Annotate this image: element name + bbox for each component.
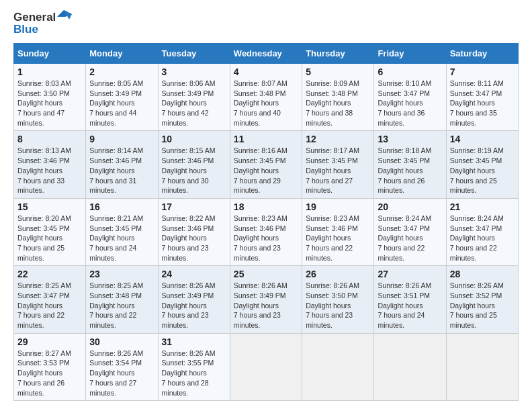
day-number: 23 (89, 269, 154, 279)
day-info: Sunrise: 8:16 AMSunset: 3:45 PMDaylight … (234, 146, 298, 195)
day-number: 30 (89, 336, 154, 347)
logo: General Blue (13, 11, 72, 36)
week-row-5: 29 Sunrise: 8:27 AMSunset: 3:53 PMDaylig… (14, 333, 519, 400)
header: General Blue (13, 11, 519, 36)
calendar-cell: 6 Sunrise: 8:10 AMSunset: 3:47 PMDayligh… (374, 64, 446, 131)
day-number: 19 (306, 201, 370, 212)
day-info: Sunrise: 8:09 AMSunset: 3:48 PMDaylight … (306, 79, 370, 128)
day-info: Sunrise: 8:26 AMSunset: 3:52 PMDaylight … (450, 281, 515, 330)
calendar-cell: 28 Sunrise: 8:26 AMSunset: 3:52 PMDaylig… (446, 266, 518, 333)
calendar-cell: 8 Sunrise: 8:13 AMSunset: 3:46 PMDayligh… (14, 131, 86, 198)
header-row: SundayMondayTuesdayWednesdayThursdayFrid… (14, 44, 519, 64)
column-header-monday: Monday (86, 44, 158, 64)
calendar-cell (374, 333, 446, 400)
day-info: Sunrise: 8:13 AMSunset: 3:46 PMDaylight … (17, 146, 82, 195)
day-number: 29 (17, 336, 82, 347)
logo-bird-icon (57, 10, 72, 22)
column-header-sunday: Sunday (14, 44, 86, 64)
calendar-cell: 2 Sunrise: 8:05 AMSunset: 3:49 PMDayligh… (86, 64, 158, 131)
calendar-cell: 22 Sunrise: 8:25 AMSunset: 3:47 PMDaylig… (14, 266, 86, 333)
day-info: Sunrise: 8:26 AMSunset: 3:49 PMDaylight … (234, 281, 298, 330)
logo-text-blue: Blue (13, 23, 38, 36)
day-number: 21 (450, 201, 515, 212)
day-number: 28 (450, 269, 515, 279)
day-number: 26 (306, 269, 370, 279)
day-info: Sunrise: 8:22 AMSunset: 3:46 PMDaylight … (162, 214, 226, 263)
day-info: Sunrise: 8:11 AMSunset: 3:47 PMDaylight … (450, 79, 515, 128)
calendar-cell (230, 333, 302, 400)
day-info: Sunrise: 8:07 AMSunset: 3:48 PMDaylight … (234, 79, 298, 128)
day-number: 17 (162, 201, 226, 212)
calendar-cell: 24 Sunrise: 8:26 AMSunset: 3:49 PMDaylig… (158, 266, 230, 333)
calendar-cell: 14 Sunrise: 8:19 AMSunset: 3:45 PMDaylig… (446, 131, 518, 198)
logo-text-general: General (13, 11, 56, 24)
calendar-cell (302, 333, 374, 400)
day-info: Sunrise: 8:10 AMSunset: 3:47 PMDaylight … (378, 79, 442, 128)
column-header-tuesday: Tuesday (158, 44, 230, 64)
day-info: Sunrise: 8:03 AMSunset: 3:50 PMDaylight … (17, 79, 82, 128)
calendar-cell: 30 Sunrise: 8:26 AMSunset: 3:54 PMDaylig… (86, 333, 158, 400)
day-info: Sunrise: 8:23 AMSunset: 3:46 PMDaylight … (234, 214, 298, 263)
day-info: Sunrise: 8:23 AMSunset: 3:46 PMDaylight … (306, 214, 370, 263)
calendar-cell: 25 Sunrise: 8:26 AMSunset: 3:49 PMDaylig… (230, 266, 302, 333)
day-number: 22 (17, 269, 82, 279)
calendar-cell: 11 Sunrise: 8:16 AMSunset: 3:45 PMDaylig… (230, 131, 302, 198)
day-number: 2 (89, 66, 154, 77)
day-number: 1 (17, 66, 82, 77)
day-info: Sunrise: 8:14 AMSunset: 3:46 PMDaylight … (89, 146, 154, 195)
calendar-cell: 13 Sunrise: 8:18 AMSunset: 3:45 PMDaylig… (374, 131, 446, 198)
calendar-cell: 16 Sunrise: 8:21 AMSunset: 3:45 PMDaylig… (86, 198, 158, 265)
calendar-cell: 20 Sunrise: 8:24 AMSunset: 3:47 PMDaylig… (374, 198, 446, 265)
day-number: 4 (234, 66, 298, 77)
day-number: 7 (450, 66, 515, 77)
calendar-cell: 1 Sunrise: 8:03 AMSunset: 3:50 PMDayligh… (14, 64, 86, 131)
calendar-cell: 26 Sunrise: 8:26 AMSunset: 3:50 PMDaylig… (302, 266, 374, 333)
day-number: 24 (162, 269, 226, 279)
day-info: Sunrise: 8:27 AMSunset: 3:53 PMDaylight … (17, 349, 82, 398)
calendar-cell: 15 Sunrise: 8:20 AMSunset: 3:45 PMDaylig… (14, 198, 86, 265)
day-info: Sunrise: 8:06 AMSunset: 3:49 PMDaylight … (162, 79, 226, 128)
day-info: Sunrise: 8:18 AMSunset: 3:45 PMDaylight … (378, 146, 442, 195)
day-info: Sunrise: 8:25 AMSunset: 3:48 PMDaylight … (89, 281, 154, 330)
calendar-cell: 18 Sunrise: 8:23 AMSunset: 3:46 PMDaylig… (230, 198, 302, 265)
day-number: 20 (378, 201, 442, 212)
day-number: 13 (378, 134, 442, 144)
day-number: 27 (378, 269, 442, 279)
calendar-cell: 5 Sunrise: 8:09 AMSunset: 3:48 PMDayligh… (302, 64, 374, 131)
day-number: 14 (450, 134, 515, 144)
day-number: 9 (89, 134, 154, 144)
day-number: 11 (234, 134, 298, 144)
day-info: Sunrise: 8:25 AMSunset: 3:47 PMDaylight … (17, 281, 82, 330)
day-info: Sunrise: 8:19 AMSunset: 3:45 PMDaylight … (450, 146, 515, 195)
calendar-cell: 29 Sunrise: 8:27 AMSunset: 3:53 PMDaylig… (14, 333, 86, 400)
calendar-cell: 21 Sunrise: 8:24 AMSunset: 3:47 PMDaylig… (446, 198, 518, 265)
day-info: Sunrise: 8:17 AMSunset: 3:45 PMDaylight … (306, 146, 370, 195)
calendar-cell: 7 Sunrise: 8:11 AMSunset: 3:47 PMDayligh… (446, 64, 518, 131)
calendar-cell (446, 333, 518, 400)
week-row-3: 15 Sunrise: 8:20 AMSunset: 3:45 PMDaylig… (14, 198, 519, 265)
calendar-cell: 17 Sunrise: 8:22 AMSunset: 3:46 PMDaylig… (158, 198, 230, 265)
column-header-friday: Friday (374, 44, 446, 64)
day-info: Sunrise: 8:26 AMSunset: 3:49 PMDaylight … (162, 281, 226, 330)
day-number: 31 (162, 336, 226, 347)
calendar-cell: 23 Sunrise: 8:25 AMSunset: 3:48 PMDaylig… (86, 266, 158, 333)
day-info: Sunrise: 8:05 AMSunset: 3:49 PMDaylight … (89, 79, 154, 128)
day-number: 3 (162, 66, 226, 77)
day-number: 16 (89, 201, 154, 212)
calendar-cell: 9 Sunrise: 8:14 AMSunset: 3:46 PMDayligh… (86, 131, 158, 198)
calendar-cell: 31 Sunrise: 8:26 AMSunset: 3:55 PMDaylig… (158, 333, 230, 400)
calendar-cell: 27 Sunrise: 8:26 AMSunset: 3:51 PMDaylig… (374, 266, 446, 333)
calendar-cell: 4 Sunrise: 8:07 AMSunset: 3:48 PMDayligh… (230, 64, 302, 131)
calendar-cell: 3 Sunrise: 8:06 AMSunset: 3:49 PMDayligh… (158, 64, 230, 131)
column-header-saturday: Saturday (446, 44, 518, 64)
calendar-cell: 19 Sunrise: 8:23 AMSunset: 3:46 PMDaylig… (302, 198, 374, 265)
column-header-thursday: Thursday (302, 44, 374, 64)
day-info: Sunrise: 8:20 AMSunset: 3:45 PMDaylight … (17, 214, 82, 263)
week-row-4: 22 Sunrise: 8:25 AMSunset: 3:47 PMDaylig… (14, 266, 519, 333)
day-number: 25 (234, 269, 298, 279)
calendar-cell: 12 Sunrise: 8:17 AMSunset: 3:45 PMDaylig… (302, 131, 374, 198)
day-info: Sunrise: 8:24 AMSunset: 3:47 PMDaylight … (450, 214, 515, 263)
week-row-1: 1 Sunrise: 8:03 AMSunset: 3:50 PMDayligh… (14, 64, 519, 131)
day-info: Sunrise: 8:26 AMSunset: 3:55 PMDaylight … (162, 349, 226, 398)
day-info: Sunrise: 8:21 AMSunset: 3:45 PMDaylight … (89, 214, 154, 263)
